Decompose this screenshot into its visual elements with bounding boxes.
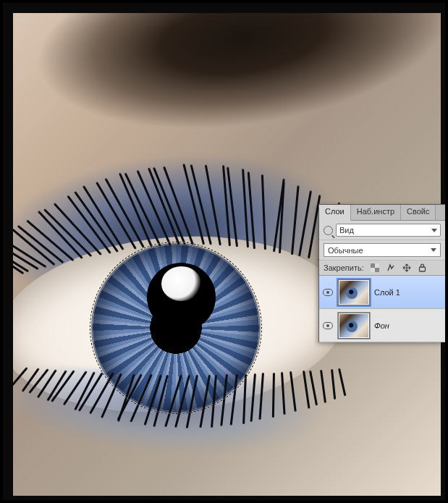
layer-row[interactable]: Фон bbox=[319, 309, 445, 342]
tab-tool-presets[interactable]: Наб.инстр bbox=[351, 205, 401, 220]
chevron-down-icon bbox=[431, 248, 436, 252]
lock-all-icon[interactable] bbox=[418, 263, 428, 273]
layer-name[interactable]: Слой 1 bbox=[374, 288, 400, 297]
blend-mode-row: Обычные bbox=[319, 240, 445, 261]
lock-row: Закрепить: bbox=[319, 261, 445, 276]
svg-rect-2 bbox=[375, 263, 379, 268]
lock-transparency-icon[interactable] bbox=[370, 263, 380, 273]
eye-catchlight bbox=[161, 266, 201, 301]
chevron-down-icon bbox=[431, 229, 437, 232]
svg-rect-4 bbox=[420, 267, 426, 271]
svg-rect-3 bbox=[371, 268, 375, 272]
layer-row[interactable]: Слой 1 bbox=[319, 276, 445, 309]
tab-properties[interactable]: Свойс bbox=[401, 205, 436, 220]
layer-thumbnail[interactable] bbox=[338, 279, 370, 305]
tab-layers[interactable]: Слои bbox=[319, 205, 351, 221]
panel-tabs: Слои Наб.инстр Свойс bbox=[319, 205, 445, 221]
svg-rect-0 bbox=[371, 263, 375, 268]
layers-panel: Слои Наб.инстр Свойс Вид Обычные Закрепи… bbox=[318, 204, 445, 342]
layers-list: Слой 1 Фон bbox=[319, 276, 445, 342]
layer-name[interactable]: Фон bbox=[374, 321, 389, 330]
layer-filter-kind-dropdown[interactable]: Вид bbox=[336, 224, 441, 237]
lock-label: Закрепить: bbox=[324, 263, 364, 272]
layer-thumbnail[interactable] bbox=[338, 313, 370, 339]
lock-position-icon[interactable] bbox=[402, 263, 412, 273]
blend-mode-dropdown[interactable]: Обычные bbox=[324, 243, 441, 257]
eye-icon bbox=[323, 322, 333, 329]
layer-visibility-toggle[interactable] bbox=[322, 322, 334, 329]
layer-filter-row: Вид bbox=[319, 221, 445, 240]
lock-pixels-icon[interactable] bbox=[386, 263, 396, 273]
search-icon bbox=[324, 226, 333, 235]
blend-mode-value: Обычные bbox=[328, 246, 363, 255]
layer-filter-kind-value: Вид bbox=[339, 226, 354, 234]
svg-rect-1 bbox=[375, 268, 379, 272]
app-frame: Слои Наб.инстр Свойс Вид Обычные Закрепи… bbox=[3, 3, 445, 500]
layer-visibility-toggle[interactable] bbox=[322, 289, 334, 296]
eye-icon bbox=[323, 289, 333, 296]
